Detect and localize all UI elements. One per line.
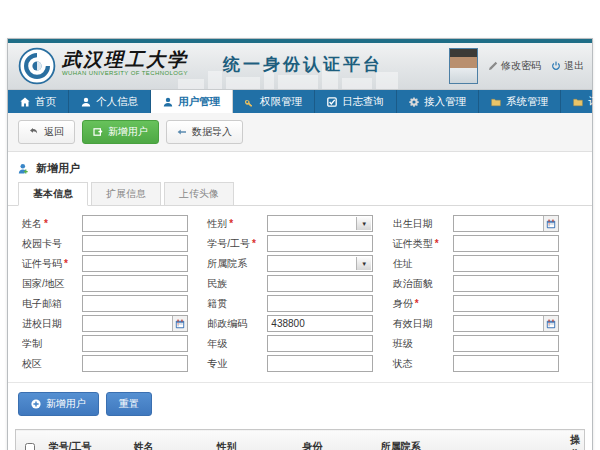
gender-select[interactable]: ▼ bbox=[267, 215, 373, 232]
col-header-identity: 身份 bbox=[298, 430, 376, 450]
identity-input[interactable] bbox=[453, 295, 559, 312]
platform-title: 统一身份认证平台 bbox=[223, 53, 383, 76]
col-header-student-id: 学号/工号 bbox=[45, 430, 130, 450]
field-name: 姓名* bbox=[22, 215, 207, 232]
native-place-ctrl bbox=[267, 295, 373, 312]
valid-date-ctrl bbox=[453, 315, 559, 332]
campus-input[interactable] bbox=[82, 355, 188, 372]
calendar-icon[interactable] bbox=[172, 316, 187, 331]
email-label: 电子邮箱 bbox=[22, 297, 82, 311]
nav-tab-permission-mgmt[interactable]: 权限管理 bbox=[233, 90, 315, 113]
nav-tab-label: 系统管理 bbox=[506, 95, 548, 109]
table-header-row: 学号/工号姓名性别身份所属院系操作 bbox=[16, 430, 585, 450]
nav-tab-label: 订阅管理 bbox=[588, 95, 600, 109]
key-icon bbox=[245, 97, 255, 107]
id-number-label: 证件号码* bbox=[22, 257, 82, 271]
status-label: 状态 bbox=[393, 357, 453, 371]
department-label: 所属院系 bbox=[207, 257, 267, 271]
major-label: 专业 bbox=[207, 357, 267, 371]
country-region-ctrl bbox=[82, 275, 188, 292]
add-user-button[interactable]: 新增用户 bbox=[82, 120, 159, 144]
id-type-input[interactable] bbox=[453, 235, 559, 252]
student-id-ctrl bbox=[267, 235, 373, 252]
tab-extended-info[interactable]: 扩展信息 bbox=[91, 182, 161, 206]
nav-tab-system-mgmt[interactable]: 系统管理 bbox=[479, 90, 561, 113]
political-status-input[interactable] bbox=[453, 275, 559, 292]
back-button[interactable]: 返回 bbox=[18, 120, 75, 144]
submit-add-user-button[interactable]: 新增用户 bbox=[18, 392, 99, 416]
field-birth-date: 出生日期 bbox=[393, 215, 578, 232]
grade-input[interactable] bbox=[267, 335, 373, 352]
reset-button[interactable]: 重置 bbox=[106, 392, 152, 416]
select-all-checkbox[interactable] bbox=[25, 443, 35, 450]
results-table-wrap: 学号/工号姓名性别身份所属院系操作 bbox=[8, 429, 592, 450]
campus-ctrl bbox=[82, 355, 188, 372]
postal-code-label: 邮政编码 bbox=[207, 317, 267, 331]
calendar-icon[interactable] bbox=[543, 316, 558, 331]
section-title: 新增用户 bbox=[36, 161, 80, 176]
nav-tab-profile[interactable]: 个人信息 bbox=[69, 90, 151, 113]
nav-tab-subscription-mgmt[interactable]: 订阅管理 bbox=[561, 90, 600, 113]
plus-circle-icon bbox=[31, 399, 41, 409]
id-number-ctrl bbox=[82, 255, 188, 272]
field-native-place: 籍贯 bbox=[207, 295, 392, 312]
field-identity: 身份* bbox=[393, 295, 578, 312]
class-input[interactable] bbox=[453, 335, 559, 352]
student-id-input[interactable] bbox=[267, 235, 373, 252]
nav-tab-log-query[interactable]: 日志查询 bbox=[315, 90, 397, 113]
tab-basic-info[interactable]: 基本信息 bbox=[18, 182, 88, 206]
field-postal-code: 邮政编码 bbox=[207, 315, 392, 332]
submit-label: 新增用户 bbox=[46, 397, 86, 411]
nav-tab-user-mgmt[interactable]: 用户管理 bbox=[151, 90, 233, 113]
country-region-label: 国家/地区 bbox=[22, 277, 82, 291]
required-asterisk: * bbox=[229, 218, 233, 229]
ethnicity-ctrl bbox=[267, 275, 373, 292]
country-region-input[interactable] bbox=[82, 275, 188, 292]
user-icon bbox=[163, 97, 173, 107]
calendar-icon[interactable] bbox=[543, 216, 558, 231]
political-status-ctrl bbox=[453, 275, 559, 292]
major-input[interactable] bbox=[267, 355, 373, 372]
logout-link[interactable]: 退出 bbox=[551, 59, 584, 73]
data-import-button[interactable]: 数据导入 bbox=[166, 120, 243, 144]
home-icon bbox=[20, 97, 30, 107]
id-number-input[interactable] bbox=[82, 255, 188, 272]
field-country-region: 国家/地区 bbox=[22, 275, 207, 292]
field-status: 状态 bbox=[393, 355, 578, 372]
chevron-down-icon[interactable]: ▼ bbox=[356, 257, 371, 270]
required-asterisk: * bbox=[435, 238, 439, 249]
field-id-type: 证件类型* bbox=[393, 235, 578, 252]
department-select[interactable]: ▼ bbox=[267, 255, 373, 272]
address-input[interactable] bbox=[453, 255, 559, 272]
user-area: 修改密码 退出 bbox=[449, 48, 584, 83]
nav-tab-label: 个人信息 bbox=[96, 95, 138, 109]
status-input[interactable] bbox=[453, 355, 559, 372]
field-gender: 性别*▼ bbox=[207, 215, 392, 232]
email-input[interactable] bbox=[82, 295, 188, 312]
ethnicity-input[interactable] bbox=[267, 275, 373, 292]
field-department: 所属院系▼ bbox=[207, 255, 392, 272]
nav-tab-home[interactable]: 首页 bbox=[8, 90, 69, 113]
field-political-status: 政治面貌 bbox=[393, 275, 578, 292]
native-place-input[interactable] bbox=[267, 295, 373, 312]
postal-code-input[interactable] bbox=[267, 315, 373, 332]
class-ctrl bbox=[453, 335, 559, 352]
user-avatar bbox=[449, 48, 478, 84]
back-arrow-icon bbox=[29, 127, 39, 137]
nav-tab-label: 日志查询 bbox=[342, 95, 384, 109]
schooling-length-input[interactable] bbox=[82, 335, 188, 352]
app-window: 武汉理工大学 WUHAN UNIVERSITY OF TECHNOLOGY 统一… bbox=[7, 38, 593, 450]
id-type-ctrl bbox=[453, 235, 559, 252]
col-header-department: 所属院系 bbox=[377, 430, 566, 450]
political-status-label: 政治面貌 bbox=[393, 277, 453, 291]
user-icon bbox=[81, 97, 91, 107]
tab-upload-avatar[interactable]: 上传头像 bbox=[164, 182, 234, 206]
nav-tab-access-mgmt[interactable]: 接入管理 bbox=[397, 90, 479, 113]
ethnicity-label: 民族 bbox=[207, 277, 267, 291]
name-input[interactable] bbox=[82, 215, 188, 232]
campus-card-no-input[interactable] bbox=[82, 235, 188, 252]
main-nav: 首页个人信息用户管理权限管理日志查询接入管理系统管理订阅管理 bbox=[8, 90, 592, 113]
chevron-down-icon[interactable]: ▼ bbox=[356, 217, 371, 230]
user-table: 学号/工号姓名性别身份所属院系操作 bbox=[15, 429, 585, 450]
change-password-link[interactable]: 修改密码 bbox=[488, 59, 541, 73]
